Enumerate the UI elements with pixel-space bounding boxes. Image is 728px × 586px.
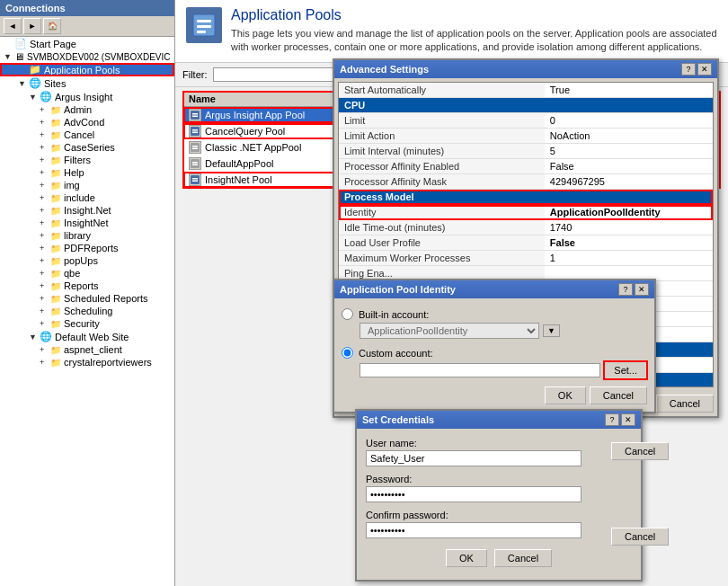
cpu-section-header: CPU [339, 98, 713, 113]
identity-buttons: OK Cancel [342, 386, 647, 404]
expander[interactable]: + [40, 181, 50, 190]
expander[interactable]: + [40, 345, 50, 354]
expander[interactable]: + [40, 130, 50, 139]
builtin-select[interactable]: ApplicationPoolIdentity [360, 323, 539, 339]
tree-item-qbe[interactable]: +📁qbe [0, 267, 174, 280]
expander[interactable]: + [40, 294, 50, 303]
setting-key: Maximum Worker Processes [339, 251, 545, 266]
tree-item-reports[interactable]: +📁Reports [0, 280, 174, 292]
password-label: Password: [366, 474, 632, 484]
page-header: Application Pools This page lets you vie… [175, 0, 728, 63]
tree-item-start-page[interactable]: 📄 Start Page [0, 37, 174, 50]
expander[interactable]: + [40, 218, 50, 227]
password-input[interactable] [366, 486, 582, 502]
tree-label: Start Page [30, 39, 76, 49]
tree-item-help[interactable]: +📁Help [0, 166, 174, 179]
svg-rect-14 [192, 162, 198, 164]
setting-value: ApplicationPoolIdentity [545, 205, 713, 220]
tree-item-scheduling[interactable]: +📁Scheduling [0, 305, 174, 317]
tree-item-app-pools[interactable]: 📁 Application Pools [0, 63, 174, 76]
tree-item-popups[interactable]: +📁popUps [0, 254, 174, 267]
tree-item-aspnet[interactable]: +📁aspnet_client [0, 343, 174, 356]
tree-item-sites[interactable]: ▼ 🌐 Sites [0, 76, 174, 90]
back-btn[interactable]: ◄ [4, 18, 22, 34]
expander[interactable]: + [40, 231, 50, 240]
adv-cancel-btn[interactable]: Cancel [656, 395, 714, 413]
confirm-input[interactable] [366, 522, 582, 538]
tree-item-default-web[interactable]: ▼ 🌐 Default Web Site [0, 330, 174, 343]
forward-btn[interactable]: ► [23, 18, 41, 34]
expander[interactable]: + [40, 319, 50, 328]
expander[interactable]: + [40, 143, 50, 152]
identity-ok-btn[interactable]: OK [545, 386, 586, 404]
tree-item-img[interactable]: +📁img [0, 179, 174, 191]
creds-cancel-btn[interactable]: Cancel [494, 549, 552, 567]
expander[interactable]: + [40, 256, 50, 265]
pool-name: Classic .NET AppPool [205, 142, 301, 153]
tree-item-admin[interactable]: +📁Admin [0, 103, 174, 116]
expander[interactable]: ▼ [18, 79, 29, 88]
expander[interactable]: + [40, 193, 50, 202]
tree-item-argus-insight[interactable]: ▼ 🌐 Argus Insight [0, 90, 174, 103]
expander[interactable]: ▼ [4, 52, 14, 61]
tree-item-scheduled-reports[interactable]: +📁Scheduled Reports [0, 292, 174, 305]
tree-item-insightnet[interactable]: +📁InsightNet [0, 217, 174, 229]
header-text: Application Pools This page lets you vie… [231, 7, 717, 55]
expander[interactable]: + [40, 306, 50, 315]
expander[interactable]: ▼ [29, 333, 40, 342]
builtin-radio-option: Built-in account: [342, 306, 647, 323]
expander[interactable]: + [40, 358, 50, 367]
limit-row: Limit 0 [339, 113, 713, 129]
expander[interactable] [4, 40, 14, 49]
dropdown-arrow-icon[interactable]: ▼ [543, 324, 560, 337]
help-btn[interactable]: ? [618, 283, 633, 296]
tree-item-cancel[interactable]: +📁Cancel [0, 129, 174, 141]
proc-affinity-mask-row: Processor Affinity Mask 4294967295 [339, 174, 713, 190]
builtin-radio[interactable] [342, 308, 353, 320]
custom-account-input[interactable] [360, 363, 600, 377]
creds-ok-btn[interactable]: OK [446, 549, 487, 567]
svg-rect-7 [191, 127, 200, 136]
identity-cancel-btn[interactable]: Cancel [590, 386, 647, 404]
expander[interactable]: + [40, 118, 50, 127]
expander[interactable]: + [40, 206, 50, 215]
svg-rect-2 [197, 25, 211, 28]
close-btn[interactable]: ✕ [697, 63, 712, 75]
help-btn[interactable]: ? [681, 63, 696, 75]
tree-item-advcond[interactable]: +📁AdvCond [0, 116, 174, 129]
creds-title: Set Credentials [362, 414, 434, 425]
tree-item-library[interactable]: +📁library [0, 229, 174, 242]
tree-item-caseseries[interactable]: +📁CaseSeries [0, 141, 174, 154]
expander[interactable]: + [40, 105, 50, 114]
expander[interactable]: ▼ [29, 93, 40, 102]
username-label: User name: [366, 438, 632, 448]
floating-cancel-btn-1[interactable]: Cancel [611, 442, 669, 460]
setting-value: 1740 [545, 220, 713, 235]
expander[interactable]: + [40, 168, 50, 177]
close-btn[interactable]: ✕ [635, 283, 649, 296]
expander[interactable]: + [40, 269, 50, 278]
expander[interactable]: + [40, 244, 50, 253]
set-credentials-btn[interactable]: Set... [604, 361, 647, 379]
username-input[interactable] [366, 450, 582, 466]
close-btn[interactable]: ✕ [621, 413, 635, 426]
tree-item-server[interactable]: ▼ 🖥 SVMBOXDEV002 (SVMBOXDEVIC [0, 50, 174, 63]
tree-item-security[interactable]: +📁Security [0, 317, 174, 330]
limit-action-row: Limit Action NoAction [339, 129, 713, 144]
tree-item-filters[interactable]: +📁Filters [0, 154, 174, 166]
expander[interactable]: + [40, 155, 50, 164]
setting-value: True [545, 83, 713, 98]
custom-radio[interactable] [342, 347, 353, 359]
tree-item-crystal[interactable]: +📁crystalreportviewers [0, 356, 174, 368]
process-model-header: Process Model [339, 190, 713, 205]
expander[interactable]: + [40, 281, 50, 290]
tree-item-insight-net[interactable]: +📁Insight.Net [0, 204, 174, 217]
floating-cancel-btn-2[interactable]: Cancel [611, 528, 669, 546]
tree-item-include[interactable]: +📁include [0, 191, 174, 204]
expander[interactable] [18, 66, 29, 75]
help-btn[interactable]: ? [605, 413, 619, 426]
builtin-label: Built-in account: [359, 309, 429, 320]
tree-item-pdfreports[interactable]: +📁PDFReports [0, 242, 174, 254]
pool-icon [189, 109, 201, 121]
home-btn[interactable]: 🏠 [43, 18, 61, 34]
